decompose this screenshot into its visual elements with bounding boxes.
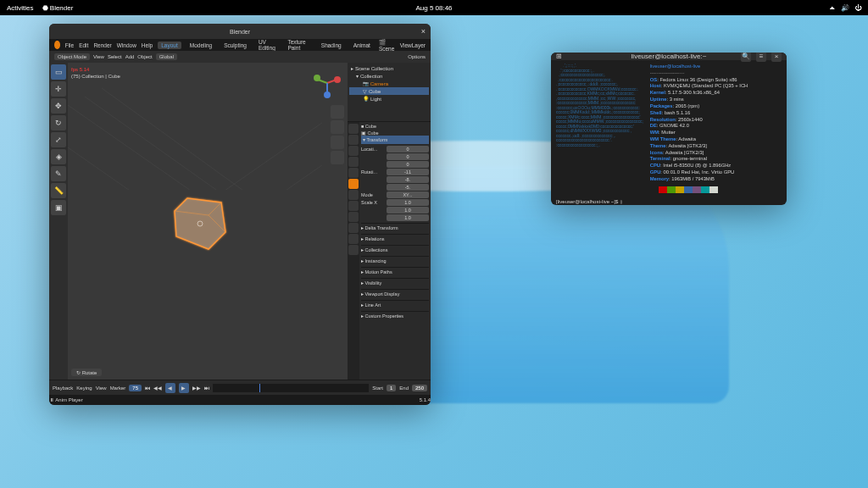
tab-shading[interactable]: Shading [318,42,345,49]
tool-annotate[interactable]: ✎ [51,166,66,181]
options-menu[interactable]: Options [408,54,426,59]
ptab-particle[interactable] [348,201,359,211]
timeline-track[interactable] [213,384,369,392]
ptab-material[interactable] [348,245,359,255]
close-icon[interactable]: × [421,27,426,36]
volume-icon[interactable]: 🔊 [841,4,849,12]
section-delta[interactable]: ▸ Delta Transform [361,223,429,232]
add-menu[interactable]: Add [125,54,135,59]
tab-animation[interactable]: Animat [350,42,374,49]
clock[interactable]: Aug 5 08:46 [415,4,452,12]
ptab-constraint[interactable] [348,223,359,233]
tool-move[interactable]: ✥ [51,98,66,114]
mode-selector[interactable]: Object Mode [54,53,90,60]
rot-x[interactable]: -11 [387,169,429,175]
play-button[interactable]: ▶ [179,383,189,393]
prev-key-icon[interactable]: ◀◀ [153,385,162,391]
scale-x[interactable]: 1.0 [387,199,429,206]
outliner-cube[interactable]: ▽ Cube [349,87,429,95]
outliner-collection[interactable]: ▾ Collection [349,72,429,80]
scale-y[interactable]: 1.0 [387,207,429,214]
perspective-icon[interactable] [331,151,344,164]
section-relations[interactable]: ▸ Relations [361,234,429,243]
start-frame[interactable]: 1 [387,385,396,391]
section-visibility[interactable]: ▸ Visibility [361,278,429,287]
outliner-header[interactable]: ▸ Scene Collection [349,64,429,72]
view-menu[interactable]: View [93,54,104,59]
rot-mode[interactable]: XY... [387,191,429,198]
tab-texture[interactable]: Texture Paint [284,38,312,52]
menu-edit[interactable]: Edit [79,42,88,48]
camera-icon[interactable] [331,136,344,149]
ptab-render[interactable] [348,124,359,134]
jump-start-icon[interactable]: ⏮ [145,385,150,391]
navigation-gizmo[interactable] [312,68,342,98]
search-icon[interactable]: 🔍 [741,53,751,62]
loc-z[interactable]: 0 [387,161,429,168]
menu-render[interactable]: Render [93,42,111,48]
tab-uv[interactable]: UV Editing [255,38,280,52]
tool-scale[interactable]: ⤢ [51,132,66,147]
terminal-titlebar[interactable]: ⊞ liveuser@localhost-live:~ 🔍 ≡ × [551,53,787,60]
menu-icon[interactable]: ≡ [756,53,766,62]
jump-end-icon[interactable]: ⏭ [204,385,209,391]
section-lineart[interactable]: ▸ Line Art [361,300,429,309]
keying-menu[interactable]: Keying [76,385,92,391]
section-custom[interactable]: ▸ Custom Properties [361,311,429,320]
network-icon[interactable]: ⏶ [829,4,836,12]
outliner-light[interactable]: 💡 Light [349,95,429,103]
menu-window[interactable]: Window [117,42,136,48]
end-frame[interactable]: 250 [412,385,427,391]
tool-rotate[interactable]: ↻ [51,115,66,130]
tab-modeling[interactable]: Modeling [186,42,215,49]
activities-button[interactable]: Activities [7,4,34,12]
terminal-body[interactable]: .',;::::;,'. .';:cccccccccccc:;,. .;cccc… [551,60,787,197]
playback-menu[interactable]: Playback [53,385,73,391]
section-collections[interactable]: ▸ Collections [361,245,429,254]
orientation-selector[interactable]: Global [156,53,177,60]
cube-object[interactable] [166,190,234,258]
close-icon[interactable]: × [771,53,782,62]
app-menu[interactable]: ⬣ Blender [42,4,74,12]
current-frame[interactable]: 75 [129,385,142,391]
scale-z[interactable]: 1.0 [387,214,429,221]
view-menu-tl[interactable]: View [96,385,107,391]
play-reverse-button[interactable]: ◀ [165,383,175,393]
outliner-camera[interactable]: 📷 Camera [349,80,429,87]
transform-header[interactable]: ▾ Transform [361,136,429,144]
rot-z[interactable]: -5. [387,184,429,191]
blender-titlebar[interactable]: Blender × [49,24,431,39]
menu-help[interactable]: Help [142,42,153,48]
power-icon[interactable]: ⏻ [854,4,861,12]
marker-menu[interactable]: Marker [110,385,126,391]
next-key-icon[interactable]: ▶▶ [192,385,201,391]
tool-transform[interactable]: ◈ [51,149,66,164]
ptab-view[interactable] [348,146,359,156]
select-menu[interactable]: Select [108,54,122,59]
tool-cursor[interactable]: ✛ [51,81,66,97]
menu-file[interactable]: File [65,42,74,48]
shell-prompt[interactable]: [liveuser@localhost-live ~]$ ▯ [551,197,787,205]
tool-addcube[interactable]: ▣ [51,200,66,215]
tab-sculpting[interactable]: Sculpting [220,42,250,49]
zoom-icon[interactable] [331,105,344,119]
ptab-output[interactable] [348,135,359,145]
tab-layout[interactable]: Layout [158,42,181,49]
ptab-physics[interactable] [348,212,359,222]
viewport-3d[interactable]: fps 5.14 (75) Collection | Cube [68,63,348,380]
plus-icon[interactable]: ⊞ [556,53,562,60]
scene-selector[interactable]: 🎬 Scene [379,39,395,52]
ptab-scene[interactable] [348,157,359,167]
rot-y[interactable]: -8. [387,176,429,183]
tool-measure[interactable]: 📏 [51,183,66,198]
section-instancing[interactable]: ▸ Instancing [361,256,429,265]
loc-x[interactable]: 0 [387,146,429,152]
section-motion[interactable]: ▸ Motion Paths [361,267,429,276]
section-display[interactable]: ▸ Viewport Display [361,289,429,298]
ptab-object[interactable] [348,179,359,189]
pan-icon[interactable] [331,120,344,134]
ptab-data[interactable] [348,234,359,244]
viewlayer-selector[interactable]: ViewLayer [400,42,426,48]
loc-y[interactable]: 0 [387,153,429,160]
tool-select[interactable]: ▭ [51,64,66,80]
